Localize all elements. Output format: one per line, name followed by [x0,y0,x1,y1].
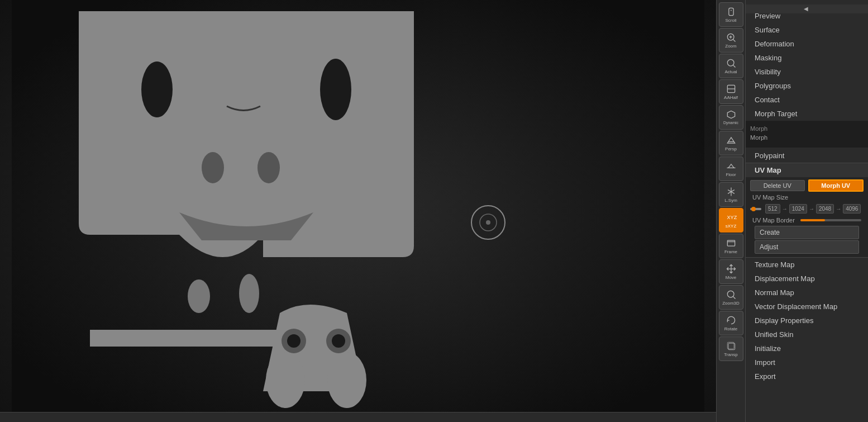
adjust-button[interactable]: Adjust [755,240,859,254]
uv-map-size-label: UV Map Size [752,194,861,201]
svg-point-12 [332,334,345,348]
menu-item-surface[interactable]: Surface [746,23,868,37]
menu-item-import[interactable]: Import [746,355,868,369]
panel-collapse-arrow[interactable]: ◀ [746,4,868,13]
svg-rect-16 [728,8,733,15]
rotate-button[interactable]: Rotate [719,311,743,335]
menu-item-polygroups[interactable]: Polygroups [746,79,868,93]
svg-point-1 [141,61,173,117]
svg-line-33 [733,296,735,298]
lsym-button[interactable]: L.Sym [719,182,743,207]
dynamic-button[interactable]: Dynamic [719,105,743,130]
svg-point-2 [320,59,351,120]
menu-item-display-properties[interactable]: Display Properties [746,314,868,328]
xyz-button[interactable]: XYZ sXYZ [719,208,743,233]
svg-line-19 [733,39,735,41]
menu-item-morph-target[interactable]: Morph Target [746,107,868,121]
right-toolbar: Scroll Zoom Actual AAHalf Dynamic [716,0,745,422]
status-bar [0,412,716,422]
svg-point-15 [486,220,490,225]
persp-button[interactable]: Persp [719,131,743,155]
zoom-button[interactable]: Zoom [719,28,743,53]
menu-item-displacement-map[interactable]: Displacement Map [746,272,868,286]
menu-item-uv-map[interactable]: UV Map [746,163,868,177]
svg-point-22 [727,59,734,66]
svg-point-11 [287,334,301,348]
right-panel: ◀ Preview Surface Deformation Masking Vi… [745,0,868,422]
menu-item-contact[interactable]: Contact [746,93,868,107]
morph-uv-button[interactable]: Morph UV [808,179,864,192]
delete-uv-button[interactable]: Delete UV [750,180,805,191]
menu-item-texture-map[interactable]: Texture Map [746,258,868,272]
actual-button[interactable]: Actual [719,54,743,78]
svg-rect-30 [727,240,735,246]
menu-item-export[interactable]: Export [746,369,868,383]
size-1024-button[interactable]: 1024 [789,204,807,214]
svg-point-32 [727,291,734,297]
size-2048-button[interactable]: 2048 [816,204,834,214]
viewport[interactable] [0,0,716,422]
aahalf-button[interactable]: AAHalf [719,79,743,104]
menu-item-masking[interactable]: Masking [746,51,868,65]
svg-point-3 [202,152,224,183]
morph-label: Morph [750,134,789,141]
menu-item-unified-skin[interactable]: Unified Skin [746,328,868,342]
zoom3d-button[interactable]: Zoom3D [719,285,743,310]
svg-point-6 [239,274,259,313]
move-button[interactable]: Move [719,259,743,284]
menu-item-deformation[interactable]: Deformation [746,37,868,51]
menu-item-polypaint[interactable]: Polypaint [746,149,868,163]
create-button[interactable]: Create [755,226,859,239]
size-512-button[interactable]: 512 [765,204,780,214]
size-4096-button[interactable]: 4096 [843,204,861,214]
menu-item-vector-displacement-map[interactable]: Vector Displacement Map [746,300,868,314]
svg-point-7 [266,352,305,408]
scroll-button[interactable]: Scroll [719,2,743,27]
frame-button[interactable]: Frame [719,234,743,258]
svg-point-4 [257,152,280,183]
svg-line-23 [733,65,735,67]
svg-point-8 [327,352,366,408]
uv-map-border-label: UV Map Border [752,217,797,224]
svg-point-5 [188,279,210,313]
menu-item-normal-map[interactable]: Normal Map [746,286,868,300]
svg-text:XYZ: XYZ [727,215,737,220]
transp-button[interactable]: Transp [719,336,743,361]
menu-item-visibility[interactable]: Visibility [746,65,868,79]
uv-border-slider[interactable] [800,219,861,221]
floor-button[interactable]: Floor [719,157,743,181]
menu-item-initialize[interactable]: Initialize [746,342,868,355]
